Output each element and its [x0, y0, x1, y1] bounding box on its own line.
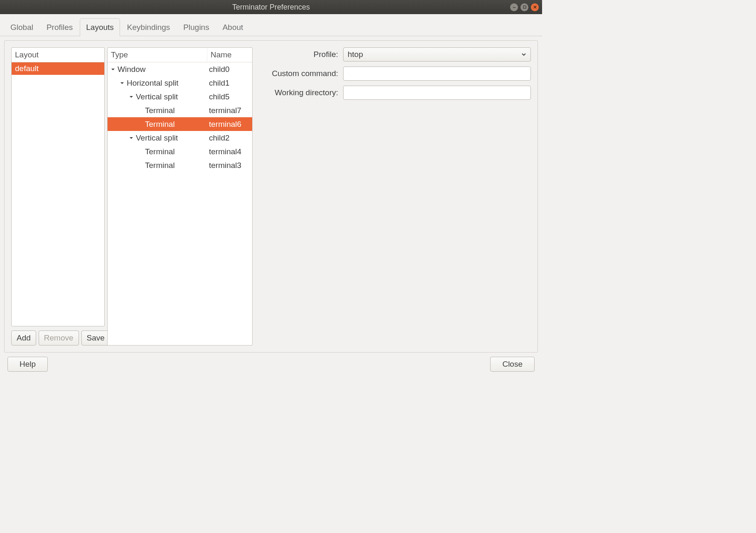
- tree-row-type: Terminal: [145, 147, 175, 156]
- layout-list-header: Layout: [12, 48, 104, 62]
- layout-item[interactable]: default: [12, 62, 104, 75]
- tree-row[interactable]: Terminalterminal6: [108, 117, 252, 131]
- working-directory-input[interactable]: [343, 86, 531, 100]
- tree-header-name[interactable]: Name: [207, 48, 252, 62]
- expander-icon[interactable]: [110, 67, 116, 72]
- tab-global[interactable]: Global: [4, 18, 39, 36]
- profile-label: Profile:: [259, 50, 338, 59]
- tree-row-name: child5: [207, 92, 252, 101]
- layout-list: Layout default: [11, 47, 105, 326]
- tree-row-name: child2: [207, 133, 252, 143]
- tree-row-name: terminal3: [207, 161, 252, 170]
- tree-row[interactable]: Vertical splitchild5: [108, 90, 252, 104]
- working-directory-label: Working directory:: [259, 88, 338, 97]
- tree-row[interactable]: Terminalterminal3: [108, 158, 252, 172]
- tab-layouts[interactable]: Layouts: [80, 18, 120, 36]
- tree-row-type: Terminal: [145, 161, 175, 170]
- close-button[interactable]: [531, 3, 539, 11]
- content-frame: Layout default Add Remove Save Type Name…: [4, 40, 538, 353]
- tree-row-name: terminal6: [207, 120, 252, 129]
- tree-row[interactable]: Vertical splitchild2: [108, 131, 252, 145]
- remove-button[interactable]: Remove: [39, 331, 79, 345]
- chevron-down-icon: [521, 50, 526, 59]
- expander-icon[interactable]: [119, 80, 125, 86]
- tree-row[interactable]: Terminalterminal7: [108, 104, 252, 117]
- tabbar: GlobalProfilesLayoutsKeybindingsPluginsA…: [0, 14, 542, 36]
- custom-command-input[interactable]: [343, 67, 531, 81]
- tree-row[interactable]: Windowchild0: [108, 62, 252, 76]
- tab-keybindings[interactable]: Keybindings: [121, 18, 177, 36]
- tab-profiles[interactable]: Profiles: [40, 18, 79, 36]
- tree-row[interactable]: Horizontal splitchild1: [108, 76, 252, 90]
- layout-tree: Type Name Windowchild0Horizontal splitch…: [107, 47, 253, 345]
- tree-row-type: Terminal: [145, 106, 175, 115]
- titlebar: Terminator Preferences: [0, 0, 542, 14]
- help-button[interactable]: Help: [7, 357, 48, 372]
- expander-icon[interactable]: [128, 135, 134, 141]
- tree-row-type: Terminal: [145, 120, 175, 129]
- window-title: Terminator Preferences: [232, 3, 310, 12]
- tab-plugins[interactable]: Plugins: [177, 18, 215, 36]
- tree-row-name: terminal7: [207, 106, 252, 115]
- tree-row-type: Window: [118, 65, 146, 74]
- tree-row-type: Vertical split: [136, 92, 178, 101]
- tree-header-type[interactable]: Type: [108, 48, 207, 62]
- tree-row-name: child1: [207, 79, 252, 88]
- tab-about[interactable]: About: [216, 18, 250, 36]
- add-button[interactable]: Add: [11, 331, 36, 345]
- tree-row[interactable]: Terminalterminal4: [108, 145, 252, 158]
- minimize-button[interactable]: [510, 3, 518, 11]
- custom-command-label: Custom command:: [259, 69, 338, 78]
- tree-row-name: child0: [207, 65, 252, 74]
- window-controls: [510, 3, 539, 11]
- profile-combobox[interactable]: htop: [343, 47, 531, 62]
- svg-rect-1: [523, 6, 526, 8]
- maximize-button[interactable]: [520, 3, 528, 11]
- profile-combobox-value: htop: [348, 50, 363, 59]
- close-dialog-button[interactable]: Close: [490, 357, 535, 372]
- tree-row-type: Vertical split: [136, 133, 178, 143]
- tree-row-name: terminal4: [207, 147, 252, 156]
- expander-icon[interactable]: [128, 94, 134, 100]
- tree-row-type: Horizontal split: [127, 79, 179, 88]
- save-button[interactable]: Save: [81, 331, 110, 345]
